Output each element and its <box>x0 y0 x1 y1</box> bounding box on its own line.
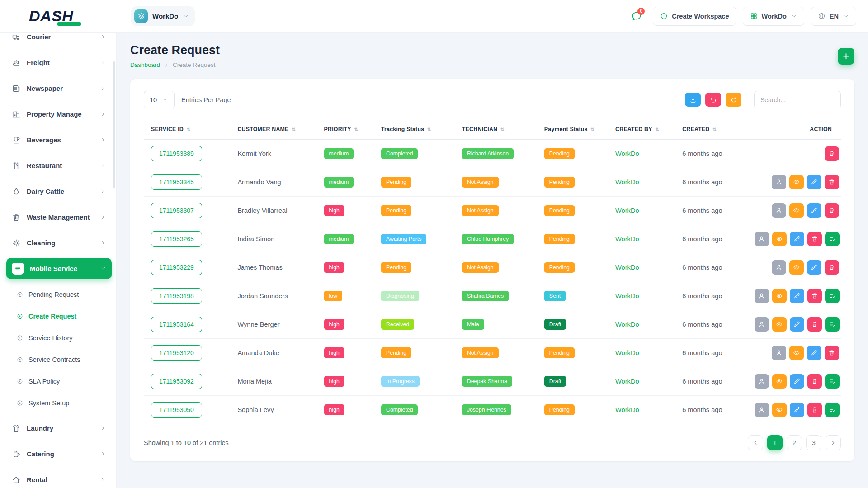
sidebar-item-courier[interactable]: Courier <box>6 33 112 47</box>
sidebar-subitem-sla-policy[interactable]: SLA Policy <box>12 371 112 392</box>
delete-button[interactable] <box>825 260 839 275</box>
sidebar-item-dairy-cattle[interactable]: Dairy Cattle <box>6 181 112 202</box>
edit-button[interactable] <box>807 175 821 189</box>
delete-button[interactable] <box>825 175 839 189</box>
parts-list-button[interactable] <box>825 403 840 417</box>
created-by-link[interactable]: WorkDo <box>615 178 639 186</box>
service-id-button[interactable]: 1711953229 <box>151 260 202 275</box>
sidebar-subitem-service-contracts[interactable]: Service Contracts <box>12 349 112 371</box>
add-request-button[interactable] <box>838 48 854 65</box>
service-id-button[interactable]: 1711953092 <box>151 374 202 389</box>
sidebar-scrollbar[interactable] <box>113 61 115 188</box>
parts-list-button[interactable] <box>825 374 840 389</box>
app-logo[interactable]: DASH <box>0 7 117 25</box>
view-button[interactable] <box>789 260 804 275</box>
pagination-next-button[interactable] <box>826 435 841 450</box>
sidebar-subitem-create-request[interactable]: Create Request <box>12 305 112 327</box>
sidebar-item-cleaning[interactable]: Cleaning <box>6 232 112 253</box>
assign-technician-button[interactable] <box>755 403 769 417</box>
sidebar-item-freight[interactable]: Freight <box>6 52 112 73</box>
sidebar-item-rental[interactable]: Rental <box>6 469 112 488</box>
created-by-link[interactable]: WorkDo <box>615 264 639 271</box>
sidebar-item-waste-management[interactable]: Waste Management <box>6 206 112 228</box>
pagination-page-3[interactable]: 3 <box>806 435 821 450</box>
pagination-prev-button[interactable] <box>748 435 763 450</box>
created-by-link[interactable]: WorkDo <box>615 207 639 214</box>
pagination-page-2[interactable]: 2 <box>787 435 802 450</box>
created-by-link[interactable]: WorkDo <box>615 406 639 413</box>
column-header-customer-name[interactable]: CUSTOMER NAME⇅ <box>233 119 319 140</box>
edit-button[interactable] <box>807 203 821 218</box>
sidebar-item-mobile-service[interactable]: Mobile Service <box>6 258 112 279</box>
created-by-link[interactable]: WorkDo <box>615 321 639 328</box>
entries-per-page-select[interactable]: 10 <box>144 91 175 108</box>
created-by-link[interactable]: WorkDo <box>615 235 639 243</box>
created-by-link[interactable]: WorkDo <box>615 349 639 357</box>
sort-icon[interactable]: ⇅ <box>354 127 359 132</box>
service-id-button[interactable]: 1711953265 <box>151 231 202 247</box>
created-by-link[interactable]: WorkDo <box>615 150 639 157</box>
breadcrumb-dashboard-link[interactable]: Dashboard <box>130 61 160 68</box>
search-input[interactable] <box>754 91 841 108</box>
delete-button[interactable] <box>807 289 822 303</box>
service-id-button[interactable]: 1711953198 <box>151 288 202 304</box>
create-workspace-button[interactable]: Create Workspace <box>653 7 736 26</box>
parts-list-button[interactable] <box>825 317 840 332</box>
service-id-button[interactable]: 1711953389 <box>151 146 202 161</box>
service-id-button[interactable]: 1711953164 <box>151 317 202 332</box>
workspace-switcher[interactable]: WorkDo <box>131 6 195 26</box>
sidebar-subitem-pending-request[interactable]: Pending Request <box>12 284 112 305</box>
sidebar-item-restaurant[interactable]: Restaurant <box>6 155 112 176</box>
refresh-button[interactable] <box>726 93 741 107</box>
sort-icon[interactable]: ⇅ <box>591 127 595 132</box>
edit-button[interactable] <box>807 260 821 275</box>
assign-technician-button[interactable] <box>772 346 786 360</box>
assign-technician-button[interactable] <box>772 175 786 189</box>
reset-button[interactable] <box>705 93 721 107</box>
sidebar-item-newspaper[interactable]: Newspaper <box>6 78 112 99</box>
created-by-link[interactable]: WorkDo <box>615 292 639 300</box>
sort-icon[interactable]: ⇅ <box>187 127 191 132</box>
delete-button[interactable] <box>825 203 839 218</box>
sidebar-item-property-manage[interactable]: Property Manage <box>6 103 112 125</box>
sidebar-item-laundry[interactable]: Laundry <box>6 418 112 439</box>
pagination-page-1[interactable]: 1 <box>767 435 783 450</box>
assign-technician-button[interactable] <box>755 232 769 246</box>
edit-button[interactable] <box>790 289 804 303</box>
sort-icon[interactable]: ⇅ <box>500 127 505 132</box>
delete-button[interactable] <box>825 146 839 161</box>
column-header-payment-status[interactable]: Payment Status⇅ <box>540 119 611 140</box>
assign-technician-button[interactable] <box>755 289 769 303</box>
service-id-button[interactable]: 1711953307 <box>151 203 202 218</box>
sort-icon[interactable]: ⇅ <box>656 127 660 132</box>
column-header-technician[interactable]: TECHNICIAN⇅ <box>458 119 540 140</box>
view-button[interactable] <box>772 403 787 417</box>
delete-button[interactable] <box>825 346 839 360</box>
assign-technician-button[interactable] <box>772 203 786 218</box>
language-selector[interactable]: EN <box>811 7 856 26</box>
delete-button[interactable] <box>807 317 822 332</box>
messages-button[interactable]: 0 <box>627 6 646 26</box>
column-header-created-by[interactable]: CREATED BY⇅ <box>611 119 678 140</box>
sidebar-item-catering[interactable]: Catering <box>6 443 112 465</box>
column-header-priority[interactable]: PRIORITY⇅ <box>320 119 377 140</box>
delete-button[interactable] <box>807 374 822 389</box>
service-id-button[interactable]: 1711953345 <box>151 174 202 190</box>
edit-button[interactable] <box>790 232 804 246</box>
service-id-button[interactable]: 1711953120 <box>151 345 202 361</box>
view-button[interactable] <box>789 203 804 218</box>
view-button[interactable] <box>789 346 804 360</box>
sort-icon[interactable]: ⇅ <box>713 127 717 132</box>
column-header-tracking-status[interactable]: Tracking Status⇅ <box>377 119 458 140</box>
edit-button[interactable] <box>790 317 804 332</box>
delete-button[interactable] <box>807 232 822 246</box>
sidebar-subitem-service-history[interactable]: Service History <box>12 327 112 349</box>
assign-technician-button[interactable] <box>755 317 769 332</box>
service-id-button[interactable]: 1711953050 <box>151 402 202 418</box>
edit-button[interactable] <box>807 346 821 360</box>
view-button[interactable] <box>772 317 787 332</box>
view-button[interactable] <box>772 289 787 303</box>
sort-icon[interactable]: ⇅ <box>292 127 296 132</box>
view-button[interactable] <box>772 232 787 246</box>
edit-button[interactable] <box>790 374 804 389</box>
